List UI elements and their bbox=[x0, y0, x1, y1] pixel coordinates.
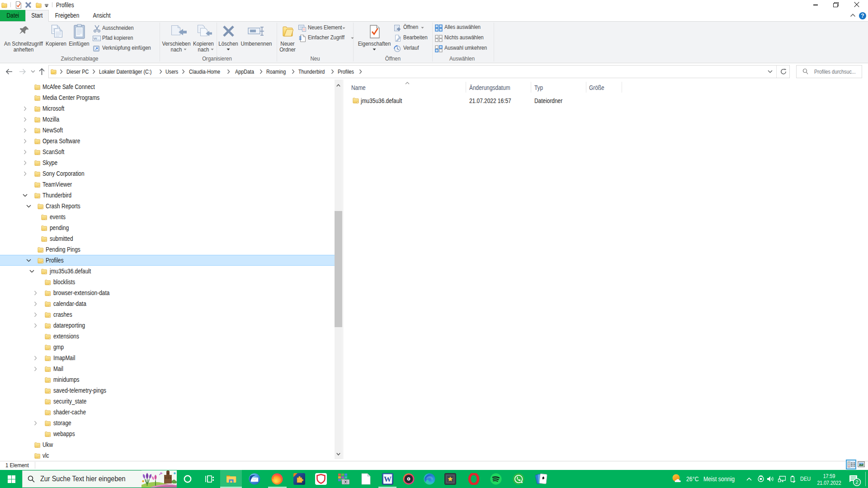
svg-text:W: W bbox=[384, 475, 392, 483]
svg-text:W...: W... bbox=[94, 37, 100, 41]
svg-text:2: 2 bbox=[855, 479, 858, 485]
